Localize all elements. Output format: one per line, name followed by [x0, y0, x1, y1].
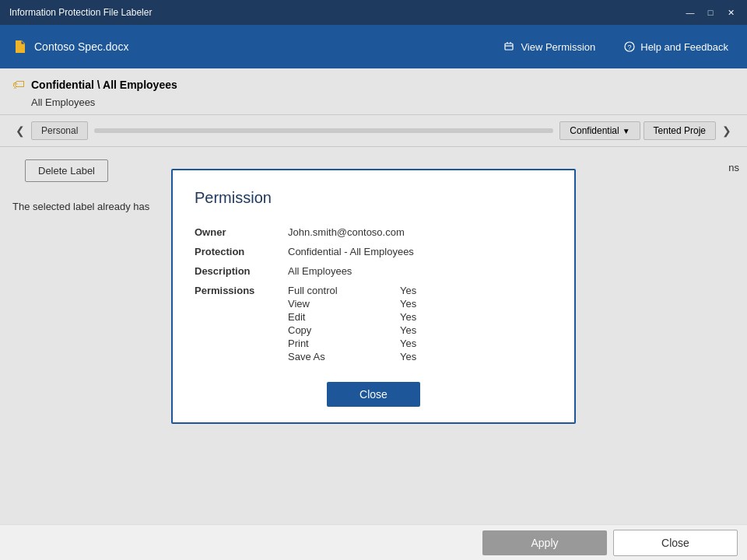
file-name: Contoso Spec.docx [34, 40, 128, 53]
permission-name: Full control [288, 285, 366, 296]
modal-overlay: Permission Owner John.smith@contoso.com … [0, 68, 747, 524]
apply-button[interactable]: Apply [482, 530, 607, 555]
permission-name: Edit [288, 311, 366, 323]
protection-row: Protection Confidential - All Employees [195, 242, 552, 261]
permission-value: Yes [400, 324, 416, 336]
owner-value: John.smith@contoso.com [288, 222, 552, 242]
owner-row: Owner John.smith@contoso.com [195, 222, 552, 242]
description-label: Description [195, 261, 288, 281]
permission-item: Full control Yes [288, 285, 552, 296]
permission-table: Owner John.smith@contoso.com Protection … [195, 222, 552, 366]
permission-value: Yes [400, 338, 416, 349]
app-header: Contoso Spec.docx View Permission ? Help… [0, 25, 747, 68]
permission-item: Save As Yes [288, 351, 552, 362]
owner-label: Owner [195, 222, 288, 242]
svg-point-0 [17, 47, 20, 51]
bottom-bar: Apply Close [0, 524, 747, 560]
view-permission-button[interactable]: View Permission [497, 37, 601, 56]
minimize-button[interactable]: — [683, 5, 697, 19]
help-feedback-label: Help and Feedback [640, 41, 728, 53]
description-row: Description All Employees [195, 261, 552, 281]
protection-label: Protection [195, 242, 288, 261]
bottom-close-button[interactable]: Close [613, 530, 738, 556]
permission-value: Yes [400, 298, 416, 310]
close-window-button[interactable]: ✕ [724, 5, 738, 19]
permission-value: Yes [400, 351, 416, 362]
permission-value: Yes [400, 311, 416, 323]
permission-item: Print Yes [288, 338, 552, 349]
svg-text:?: ? [628, 44, 632, 51]
permission-item: Edit Yes [288, 311, 552, 323]
permissions-row: Permissions Full control Yes View Yes Ed… [195, 281, 552, 366]
permissions-value: Full control Yes View Yes Edit Yes Copy … [288, 281, 552, 366]
dialog-title: Permission [195, 189, 552, 207]
permission-icon [503, 40, 516, 53]
permission-value: Yes [400, 285, 416, 296]
window-controls: — □ ✕ [683, 5, 738, 19]
header-left: Contoso Spec.docx [12, 39, 128, 54]
help-icon: ? [623, 40, 636, 53]
title-bar: Information Protection File Labeler — □ … [0, 0, 747, 25]
description-value: All Employees [288, 261, 552, 281]
view-permission-label: View Permission [521, 41, 595, 53]
permissions-list: Full control Yes View Yes Edit Yes Copy … [288, 285, 552, 362]
permission-dialog: Permission Owner John.smith@contoso.com … [171, 169, 576, 424]
main-content: 🏷 Confidential \ All Employees All Emplo… [0, 68, 747, 524]
permission-name: Save As [288, 351, 366, 362]
maximize-button[interactable]: □ [703, 5, 717, 19]
help-feedback-button[interactable]: ? Help and Feedback [617, 37, 735, 56]
app-title: Information Protection File Labeler [9, 7, 152, 18]
permission-item: View Yes [288, 298, 552, 310]
permission-name: Print [288, 338, 366, 349]
permission-name: View [288, 298, 366, 310]
permissions-label: Permissions [195, 281, 288, 366]
permission-name: Copy [288, 324, 366, 336]
svg-rect-1 [505, 44, 513, 50]
close-dialog-button[interactable]: Close [327, 382, 420, 407]
protection-value: Confidential - All Employees [288, 242, 552, 261]
permission-item: Copy Yes [288, 324, 552, 336]
file-icon [12, 39, 28, 54]
header-right: View Permission ? Help and Feedback [497, 37, 735, 56]
